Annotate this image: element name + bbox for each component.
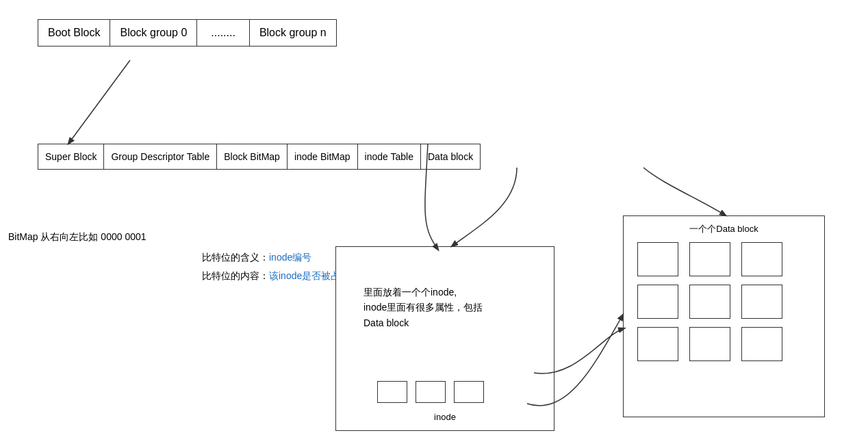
db-sq-8 bbox=[689, 327, 730, 361]
diagram-container: Boot Block Block group 0 ........ Block … bbox=[0, 0, 868, 446]
data-block-grid bbox=[637, 242, 782, 361]
bitmap-annotation: BitMap 从右向左比如 0000 0001 bbox=[8, 231, 146, 244]
super-block-cell: Super Block bbox=[38, 144, 104, 170]
inode-box-text: 里面放着一个个inode, inode里面有很多属性，包括 Data block bbox=[363, 285, 483, 330]
inode-sq-2 bbox=[416, 381, 446, 403]
db-sq-2 bbox=[689, 242, 730, 276]
inode-sq-1 bbox=[377, 381, 407, 403]
block-group-n-cell: Block group n bbox=[250, 19, 337, 47]
inode-table-box: 里面放着一个个inode, inode里面有很多属性，包括 Data block… bbox=[335, 246, 554, 431]
db-sq-6 bbox=[741, 285, 782, 319]
inode-sq-3 bbox=[454, 381, 484, 403]
bit-meaning-label: 比特位的含义：inode编号 bbox=[202, 252, 311, 264]
bit-content-label: 比特位的内容：该inode是否被占用 bbox=[202, 270, 350, 283]
data-block-panel: 一个个Data block bbox=[623, 215, 825, 417]
block-group-0-cell: Block group 0 bbox=[110, 19, 197, 47]
db-sq-3 bbox=[741, 242, 782, 276]
inode-bitmap-cell: inode BitMap bbox=[288, 144, 358, 170]
db-sq-5 bbox=[689, 285, 730, 319]
block-bitmap-cell: Block BitMap bbox=[217, 144, 288, 170]
db-sq-1 bbox=[637, 242, 678, 276]
inode-small-squares bbox=[377, 381, 484, 403]
db-sq-7 bbox=[637, 327, 678, 361]
data-block-cell: Data block bbox=[421, 144, 481, 170]
db-sq-9 bbox=[741, 327, 782, 361]
group-descriptor-cell: Group Descriptor Table bbox=[104, 144, 217, 170]
second-row: Super Block Group Descriptor Table Block… bbox=[38, 144, 481, 170]
svg-line-0 bbox=[68, 60, 130, 144]
data-block-title: 一个个Data block bbox=[689, 223, 758, 235]
top-row: Boot Block Block group 0 ........ Block … bbox=[38, 19, 337, 47]
db-sq-4 bbox=[637, 285, 678, 319]
dots-cell: ........ bbox=[197, 19, 250, 47]
inode-label: inode bbox=[434, 412, 456, 422]
inode-table-cell: inode Table bbox=[358, 144, 421, 170]
boot-block-cell: Boot Block bbox=[38, 19, 110, 47]
